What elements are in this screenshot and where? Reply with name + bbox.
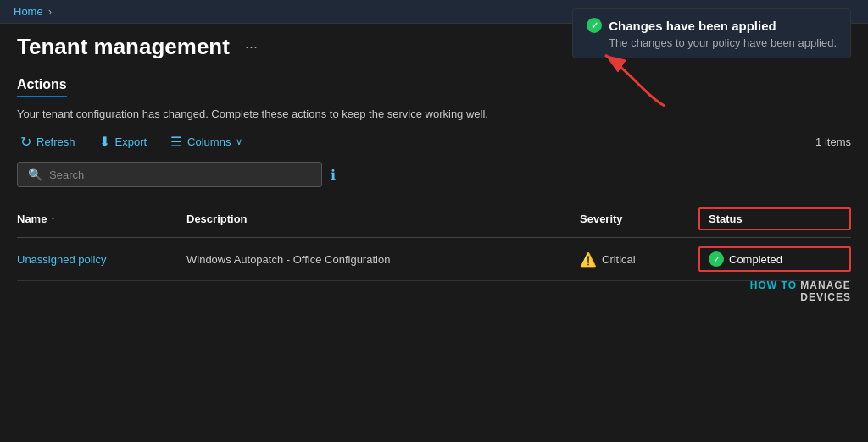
notification-body: The changes to your policy have been app…: [587, 36, 837, 49]
watermark-to: TO: [782, 279, 797, 291]
severity-badge: ⚠️ Critical: [580, 251, 698, 268]
status-check-icon: ✓: [709, 251, 724, 267]
cell-status: ✓ Completed: [698, 246, 851, 272]
table-row: Unassigned policy Windows Autopatch - Of…: [17, 238, 851, 281]
more-options-button[interactable]: ···: [238, 35, 264, 59]
table: Name ↑ Description Severity Status Unass…: [17, 201, 851, 281]
actions-section: Actions Your tenant configuration has ch…: [17, 77, 851, 281]
notification-title: ✓ Changes have been applied: [587, 18, 837, 33]
column-description-label: Description: [186, 213, 248, 225]
export-icon: ⬇: [99, 134, 110, 150]
toolbar-left: ↻ Refresh ⬇ Export ☰ Columns ∨: [17, 132, 246, 152]
warning-icon: ⚠️: [580, 251, 597, 268]
column-status-label: Status: [709, 213, 743, 225]
table-header: Name ↑ Description Severity Status: [17, 201, 851, 238]
watermark-how: HOW: [750, 279, 777, 291]
sort-arrow-name: ↑: [50, 214, 55, 224]
refresh-label: Refresh: [36, 135, 75, 148]
refresh-button[interactable]: ↻ Refresh: [17, 132, 79, 152]
breadcrumb-chevron: ›: [48, 5, 52, 18]
status-badge: ✓ Completed: [698, 246, 851, 272]
notification-banner: ✓ Changes have been applied The changes …: [572, 8, 851, 58]
watermark: HOW TO MANAGE HOW TO DEVICES: [750, 279, 851, 303]
toolbar: ↻ Refresh ⬇ Export ☰ Columns ∨ 1 items: [17, 132, 851, 152]
items-count: 1 items: [815, 135, 851, 148]
columns-icon: ☰: [170, 134, 182, 150]
column-header-severity[interactable]: Severity: [580, 207, 698, 230]
cell-name[interactable]: Unassigned policy: [17, 253, 186, 266]
export-label: Export: [115, 135, 147, 148]
cell-severity: ⚠️ Critical: [580, 251, 698, 268]
search-icon: 🔍: [28, 168, 42, 181]
section-title: Actions: [17, 77, 67, 97]
export-button[interactable]: ⬇ Export: [96, 132, 151, 152]
notification-title-text: Changes have been applied: [609, 19, 776, 33]
breadcrumb-home[interactable]: Home: [14, 5, 43, 18]
page-title: Tenant management: [17, 34, 230, 60]
column-name-label: Name: [17, 213, 47, 225]
config-message: Your tenant configuration has changed. C…: [17, 108, 851, 120]
search-row: 🔍 ℹ: [17, 162, 851, 187]
search-box[interactable]: 🔍: [17, 162, 322, 187]
status-text: Completed: [729, 253, 782, 266]
severity-text: Critical: [602, 253, 636, 266]
watermark-devices: DEVICES: [800, 291, 851, 303]
columns-label: Columns: [187, 135, 231, 148]
column-header-description[interactable]: Description: [186, 207, 580, 230]
cell-description: Windows Autopatch - Office Configuration: [186, 253, 580, 266]
refresh-icon: ↻: [20, 134, 31, 150]
columns-button[interactable]: ☰ Columns ∨: [167, 132, 246, 152]
watermark-manage: MANAGE: [800, 279, 850, 291]
column-severity-label: Severity: [580, 213, 623, 225]
chevron-down-icon: ∨: [236, 136, 242, 147]
search-input[interactable]: [49, 169, 311, 181]
main-content: Tenant management ··· Actions Your tenan…: [0, 24, 868, 291]
info-icon[interactable]: ℹ: [331, 167, 336, 183]
column-header-name[interactable]: Name ↑: [17, 207, 186, 230]
success-check-icon: ✓: [587, 18, 602, 33]
column-header-status[interactable]: Status: [698, 207, 851, 230]
